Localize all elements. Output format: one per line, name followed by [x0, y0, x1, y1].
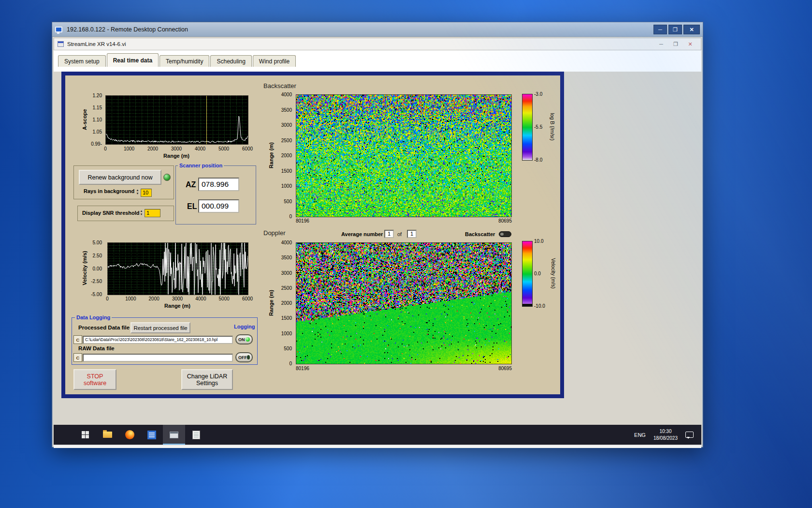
scan-scheduler-icon	[192, 431, 200, 439]
backscatter-x-labels: 80196 80695	[296, 218, 512, 224]
average-number-field[interactable]: 1	[384, 230, 394, 238]
tick-label: 1000	[281, 330, 292, 336]
scanner-position-title: Scanner position	[178, 163, 224, 168]
ascope-y-axis-label: A-scope	[82, 109, 87, 130]
scanner-position-box	[175, 165, 256, 224]
tick-label: 3500	[281, 107, 292, 112]
tick-label: 500	[284, 198, 292, 204]
rdp-bottom-scrollbar[interactable]	[54, 445, 701, 448]
rdp-window: 192.168.0.122 - Remote Desktop Connectio…	[52, 22, 703, 448]
tick-label: 6000	[242, 146, 253, 151]
firefox-button[interactable]	[118, 425, 141, 445]
stop-button-line2: software	[84, 380, 106, 387]
backscatter-toggle-switch[interactable]	[499, 231, 511, 237]
tick-label: 5000	[219, 296, 230, 301]
tab-real-time-data[interactable]: Real time data	[107, 53, 159, 67]
doppler-title: Doppler	[263, 229, 286, 237]
rdp-close-icon[interactable]: ✕	[683, 25, 700, 34]
file-explorer-button[interactable]	[96, 425, 118, 445]
tick-label: 1000	[124, 146, 134, 151]
velocity-plot-canvas	[107, 242, 248, 295]
app-window-icon	[170, 432, 178, 438]
app-titlebar[interactable]: StreamLine XR v14-6.vi ─ ❐ ✕	[54, 38, 701, 50]
spinner-up-icon[interactable]: ▲	[140, 209, 143, 212]
tick-label: 2000	[281, 300, 292, 306]
doppler-heatmap-canvas	[296, 242, 512, 364]
tick-label: 6000	[242, 296, 253, 301]
rdp-minimize-icon[interactable]: ─	[653, 25, 667, 34]
ascope-plot-canvas	[105, 95, 248, 145]
app-close-icon[interactable]: ✕	[683, 41, 697, 47]
rdp-maximize-icon[interactable]: ❐	[668, 25, 682, 34]
velocity-y-axis-label: Velocity (m/s)	[82, 251, 87, 285]
renew-background-button[interactable]: Renew background now	[79, 170, 161, 185]
tick-label: 10.0	[534, 239, 543, 244]
stop-button-line1: STOP	[87, 373, 103, 380]
scan-scheduler-button[interactable]	[185, 425, 207, 445]
tick-label: 0	[104, 146, 107, 151]
backscatter-toggle-label: Backscatter	[465, 231, 495, 237]
tick-label: 0	[289, 214, 292, 219]
tick-label: 0	[289, 361, 292, 366]
rdp-titlebar[interactable]: 192.168.0.122 - Remote Desktop Connectio…	[52, 22, 703, 37]
spinner-down-icon[interactable]: ▼	[136, 192, 139, 195]
raw-path-browse-icon[interactable]: C	[73, 353, 82, 362]
logging-label: Logging	[232, 324, 256, 329]
language-indicator[interactable]: ENG	[634, 432, 646, 438]
tab-scheduling[interactable]: Scheduling	[210, 55, 251, 67]
doppler-y-ticks: 40003500300025002000150010005000	[276, 242, 293, 363]
processed-logging-toggle[interactable]: ON	[235, 334, 253, 344]
tab-wind-profile[interactable]: Wind profile	[253, 55, 296, 67]
spinner-down-icon[interactable]: ▼	[140, 213, 143, 216]
spinner-up-icon[interactable]: ▲	[136, 189, 139, 192]
processed-path-field[interactable]: C:\Lidar\Data\Proc\2023\202308\20230818\…	[83, 336, 233, 344]
raw-data-file-label: RAW Data file	[78, 345, 115, 351]
data-logging-title: Data Logging	[75, 314, 112, 320]
tick-label: 1.05	[93, 129, 102, 134]
panel-frame: A-scope 1.201.151.101.050.99- 0100020003…	[61, 72, 564, 398]
raw-path-field[interactable]	[83, 354, 233, 362]
backscatter-title: Backscatter	[263, 82, 296, 90]
change-button-line2: Settings	[196, 380, 218, 387]
backscatter-colorbar	[522, 94, 533, 161]
backscatter-colorbar-label: log B (/m/sr)	[550, 113, 555, 140]
start-button[interactable]	[74, 425, 96, 445]
tab-system-setup[interactable]: System setup	[58, 55, 106, 67]
doppler-x-end: 80695	[498, 366, 512, 371]
clock-date: 18/08/2023	[653, 435, 678, 441]
rdp-title: 192.168.0.122 - Remote Desktop Connectio…	[67, 26, 653, 33]
backscatter-y-ticks: 40003500300025002000150010005000	[276, 94, 293, 216]
processed-path-browse-icon[interactable]: C	[73, 335, 82, 344]
app-minimize-icon[interactable]: ─	[654, 41, 668, 47]
app-shortcut-button[interactable]	[141, 425, 163, 445]
app-restore-icon[interactable]: ❐	[668, 41, 683, 47]
tab-strip: System setup Real time data Temp/humidit…	[54, 50, 701, 67]
change-lidar-settings-button[interactable]: Change LiDAR Settings	[181, 369, 233, 390]
tick-label: 2500	[281, 137, 292, 143]
raw-logging-toggle[interactable]: OFF	[235, 352, 253, 362]
snr-spinner[interactable]: ▲▼	[139, 209, 144, 216]
average-number-label: Average number	[341, 231, 383, 237]
rays-in-background-field[interactable]: 10	[141, 189, 152, 197]
streamline-app-button[interactable]	[163, 425, 185, 445]
velocity-x-ticks: 0100020003000400050006000	[107, 296, 247, 302]
snr-group-box	[77, 206, 174, 221]
tick-label: 5.00	[93, 240, 102, 245]
snr-threshold-field[interactable]: 1	[145, 209, 160, 217]
tick-label: 4000	[281, 92, 292, 97]
ascope-x-ticks: 0100020003000400050006000	[105, 146, 247, 152]
tick-label: 1.15	[93, 105, 102, 110]
tick-label: 2.50	[93, 253, 102, 258]
average-total-field[interactable]: 1	[407, 230, 417, 238]
tick-label: 1.10	[93, 117, 102, 122]
tick-label: 2000	[147, 146, 158, 151]
taskbar-clock[interactable]: 10:30 18/08/2023	[653, 428, 678, 441]
notification-icon[interactable]	[685, 432, 694, 438]
doppler-colorbar-ticks: 10.00.0-10.0	[534, 241, 551, 306]
az-value-display: 078.996	[198, 178, 239, 191]
tab-temp-humidity[interactable]: Temp/humidity	[160, 55, 209, 67]
restart-processed-file-button[interactable]: Restart processed file	[130, 322, 190, 333]
tick-label: -8.0	[534, 157, 542, 163]
stop-software-button[interactable]: STOP software	[73, 369, 116, 390]
rays-spinner[interactable]: ▲▼	[135, 189, 140, 195]
